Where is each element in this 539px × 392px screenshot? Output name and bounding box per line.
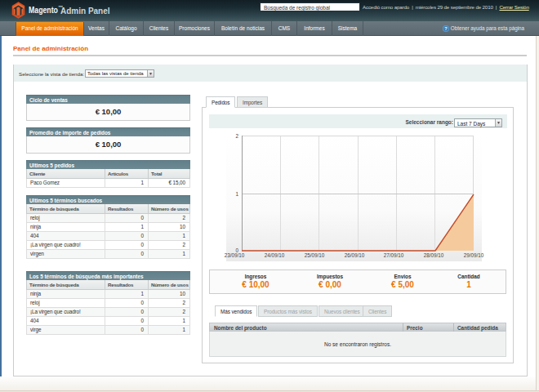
svg-text:2: 2 (235, 133, 238, 139)
svg-text:26/09/10: 26/09/10 (345, 252, 365, 258)
svg-text:23/09/10: 23/09/10 (225, 252, 245, 258)
svg-text:28/09/10: 28/09/10 (424, 252, 444, 258)
svg-text:24/09/10: 24/09/10 (265, 252, 285, 258)
svg-text:?: ? (444, 26, 448, 31)
svg-text:25/09/10: 25/09/10 (305, 252, 325, 258)
svg-text:29/09/10: 29/09/10 (464, 252, 484, 258)
svg-text:1: 1 (235, 191, 238, 197)
svg-text:27/09/10: 27/09/10 (384, 252, 404, 258)
